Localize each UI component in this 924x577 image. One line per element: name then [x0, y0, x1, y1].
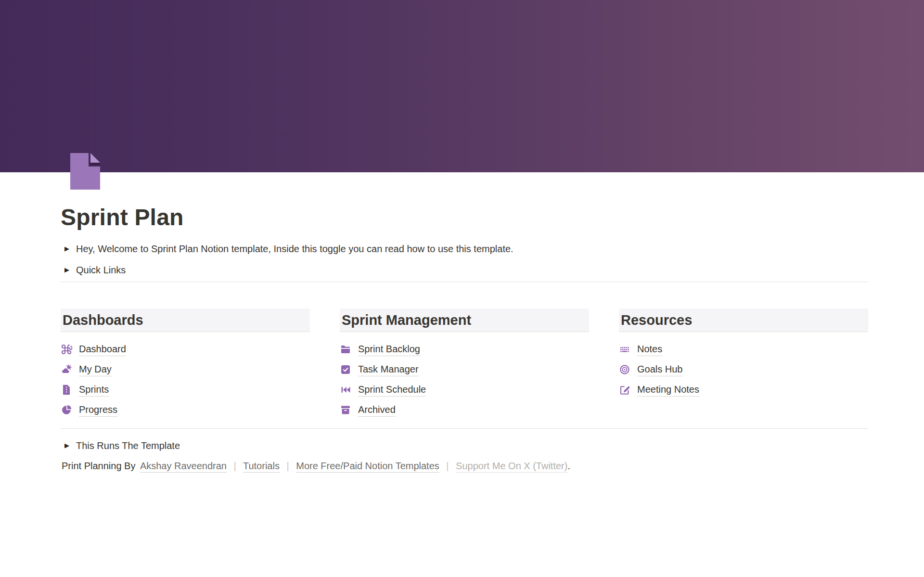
toggle-quick-links-label: Quick Links: [76, 263, 126, 277]
footer-separator: |: [446, 461, 449, 471]
keyboard-icon: [619, 344, 630, 355]
toggle-arrow-icon[interactable]: ▶: [62, 263, 72, 277]
link-label[interactable]: Goals Hub: [637, 363, 683, 376]
cover-image[interactable]: [0, 0, 924, 172]
footer-link-more-templates[interactable]: More Free/Paid Notion Templates: [296, 461, 439, 473]
link-task-manager[interactable]: Task Manager: [340, 359, 589, 380]
link-label[interactable]: Task Manager: [358, 363, 419, 376]
link-label[interactable]: Meeting Notes: [637, 384, 699, 397]
footer-link-author[interactable]: Akshay Raveendran: [140, 461, 227, 473]
divider: [340, 332, 589, 332]
column-sprint-management: Sprint Management Sprint Backlog: [340, 308, 589, 420]
divider: [61, 282, 868, 282]
link-dashboard[interactable]: Dashboard: [61, 339, 310, 359]
footer-separator: |: [286, 461, 289, 471]
partly-sunny-icon: [61, 364, 72, 375]
footer-prefix: Print Planning By: [62, 461, 135, 471]
column-header-sprint-management: Sprint Management: [340, 308, 589, 332]
link-goals-hub[interactable]: Goals Hub: [619, 359, 868, 380]
column-title: Sprint Management: [342, 312, 471, 328]
link-label[interactable]: Archived: [358, 404, 396, 417]
link-progress[interactable]: Progress: [61, 400, 310, 420]
link-list: Notes Goals Hub: [619, 339, 868, 400]
skip-back-icon: [340, 384, 351, 396]
link-archived[interactable]: Archived: [340, 400, 589, 420]
toggle-runs-template-label: This Runs The Template: [76, 438, 180, 453]
folder-icon: [340, 344, 351, 355]
link-list: Sprint Backlog Task Manager: [340, 339, 589, 420]
link-label[interactable]: My Day: [79, 363, 112, 376]
column-header-dashboards: Dashboards: [61, 308, 310, 332]
link-label[interactable]: Sprints: [79, 384, 109, 397]
footer-separator: |: [234, 461, 236, 471]
link-label[interactable]: Progress: [79, 404, 117, 417]
link-notes[interactable]: Notes: [619, 339, 868, 359]
checkbox-icon: [340, 364, 351, 375]
toggle-arrow-icon[interactable]: ▶: [62, 438, 72, 453]
command-icon: [61, 344, 72, 355]
divider: [619, 332, 868, 332]
toggle-arrow-icon[interactable]: ▶: [62, 242, 72, 256]
target-icon: [619, 364, 630, 375]
divider: [61, 428, 868, 429]
link-sprint-schedule[interactable]: Sprint Schedule: [340, 380, 589, 400]
page-title: Sprint Plan: [61, 172, 868, 232]
link-label[interactable]: Sprint Backlog: [358, 343, 420, 356]
link-meeting-notes[interactable]: Meeting Notes: [619, 380, 868, 400]
columns-section: Dashboards Dashboard: [61, 308, 868, 420]
toggle-welcome-label: Hey, Welcome to Sprint Plan Notion templ…: [76, 242, 513, 256]
toggle-runs-template[interactable]: ▶ This Runs The Template: [61, 436, 868, 455]
page-document-cover-icon[interactable]: [70, 153, 100, 190]
column-dashboards: Dashboards Dashboard: [61, 308, 310, 420]
archive-icon: [340, 404, 351, 416]
footer-suffix: .: [567, 461, 570, 471]
column-resources: Resources Notes: [619, 308, 868, 420]
link-label[interactable]: Notes: [637, 343, 662, 356]
pie-chart-icon: [61, 404, 72, 416]
link-list: Dashboard: [61, 339, 310, 420]
link-my-day[interactable]: My Day: [61, 359, 310, 380]
edit-icon: [619, 384, 630, 396]
page-document-icon: [61, 384, 72, 396]
column-title: Resources: [621, 312, 692, 328]
footer-credits: Print Planning By Akshay Raveendran | Tu…: [61, 459, 868, 473]
divider: [61, 332, 310, 332]
page-content: Sprint Plan ▶ Hey, Welcome to Sprint Pla…: [0, 172, 924, 473]
link-sprint-backlog[interactable]: Sprint Backlog: [340, 339, 589, 359]
column-header-resources: Resources: [619, 308, 868, 332]
footer-link-tutorials[interactable]: Tutorials: [243, 461, 280, 473]
link-label[interactable]: Dashboard: [79, 343, 126, 356]
toggle-quick-links[interactable]: ▶ Quick Links: [61, 260, 868, 280]
document-icon: [70, 153, 100, 190]
toggle-welcome[interactable]: ▶ Hey, Welcome to Sprint Plan Notion tem…: [61, 239, 868, 258]
footer-link-support-x[interactable]: Support Me On X (Twitter): [456, 461, 567, 473]
link-sprints[interactable]: Sprints: [61, 380, 310, 400]
link-label[interactable]: Sprint Schedule: [358, 384, 426, 397]
column-title: Dashboards: [63, 312, 143, 328]
